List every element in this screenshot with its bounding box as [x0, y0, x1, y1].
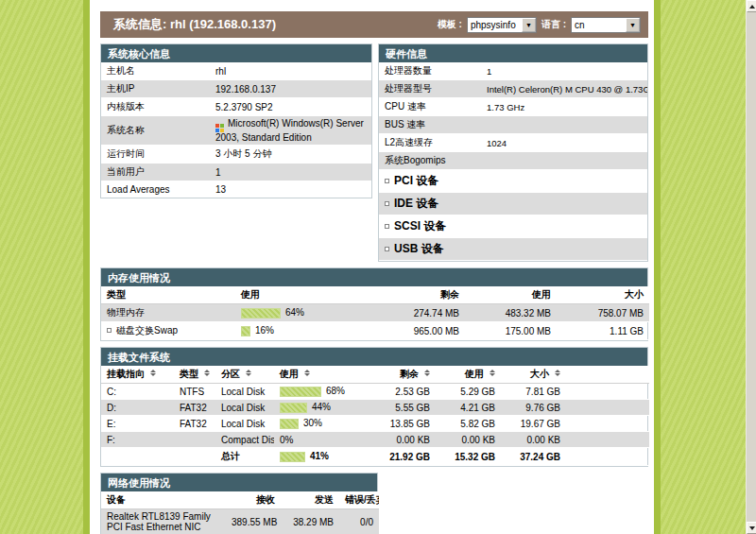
sort-icon[interactable] — [204, 370, 210, 376]
usage-percent: 0% — [280, 435, 293, 445]
table-header-row: 类型 使用 剩余 使用 大小 — [101, 286, 649, 304]
device-group-label[interactable]: USB 设备 — [394, 242, 444, 255]
device-group-cell[interactable]: SCSI 设备 — [379, 215, 647, 238]
dropdown-arrow-icon[interactable]: ▼ — [626, 18, 640, 32]
windows-icon — [215, 124, 224, 132]
usage-bar — [280, 403, 307, 413]
vitals-row-value: Microsoft(R) Windows(R) Server 2003, Sta… — [210, 116, 371, 146]
device-group-cell[interactable]: PCI 设备 — [379, 170, 647, 193]
fs-free: 5.55 GB — [373, 400, 436, 416]
vitals-row-label: 当前用户 — [101, 164, 210, 181]
vitals-panel-title: 系统核心信息 — [101, 44, 371, 62]
language-select[interactable]: cn ▼ — [571, 17, 641, 33]
fs-free: 21.92 GB — [373, 448, 436, 466]
vitals-row-label: 主机IP — [101, 80, 210, 98]
device-group-label[interactable]: SCSI 设备 — [394, 219, 446, 233]
device-group-cell[interactable]: USB 设备 — [379, 238, 647, 261]
fs-mount — [101, 448, 174, 466]
sort-icon[interactable] — [304, 370, 310, 376]
table-header-row: 设备 接收 发送 错误/丢弃 — [101, 491, 379, 509]
fs-size: 37.24 GB — [501, 448, 566, 466]
expand-icon[interactable] — [385, 201, 389, 206]
network-panel: 网络使用情况 设备 接收 发送 错误/丢弃 Realtek RTL8139 Fa… — [100, 473, 378, 534]
memory-usage-cell: 16% — [235, 322, 372, 340]
template-select[interactable]: phpsysinfo ▼ — [467, 17, 537, 33]
vitals-row-value: 1 — [210, 164, 371, 181]
device-group-row-pci[interactable]: PCI 设备 — [379, 170, 647, 193]
usage-bar — [241, 326, 250, 336]
memory-used: 483.32 MB — [465, 304, 557, 322]
usage-bar — [280, 452, 305, 462]
table-row: 当前用户 1 — [101, 164, 371, 181]
scrollbar[interactable] — [746, 0, 756, 534]
net-col-device: 设备 — [101, 491, 226, 509]
fs-col-type[interactable]: 类型 — [174, 366, 215, 384]
fs-col-partition[interactable]: 分区 — [215, 366, 274, 384]
fs-col-used[interactable]: 使用 — [436, 366, 501, 384]
sort-icon[interactable] — [555, 370, 560, 376]
device-group-row-ide[interactable]: IDE 设备 — [379, 193, 647, 215]
fs-col-usage[interactable]: 使用 — [274, 366, 373, 384]
fs-usage-cell: 44% — [274, 400, 373, 416]
fs-col-usage-label: 使用 — [280, 369, 299, 379]
hardware-row-value: 1.73 GHz — [481, 98, 647, 116]
fs-col-size[interactable]: 大小 — [501, 366, 566, 384]
device-group-row-usb[interactable]: USB 设备 — [379, 238, 647, 261]
table-row: E: FAT32 Local Disk 30% 13.85 GB 5.82 GB… — [101, 416, 649, 432]
expand-icon[interactable] — [107, 328, 112, 333]
table-row: BUS 速率 — [379, 116, 647, 134]
net-col-tx: 发送 — [281, 491, 339, 509]
scroll-up-icon — [749, 5, 755, 9]
sort-icon[interactable] — [424, 370, 430, 376]
device-group-label[interactable]: PCI 设备 — [394, 174, 438, 187]
fs-partition: Local Disk — [215, 384, 274, 400]
table-row: 系统名称 Microsoft(R) Windows(R) Server 2003… — [101, 116, 371, 146]
scroll-down-icon — [749, 526, 755, 530]
sort-icon[interactable] — [490, 370, 495, 376]
fs-col-free[interactable]: 剩余 — [373, 366, 436, 384]
language-label: 语言 : — [541, 18, 566, 31]
expand-icon[interactable] — [385, 247, 389, 251]
net-device: Realtek RTL8139 Family PCI Fast Ethernet… — [101, 509, 226, 534]
hardware-row-value: Intel(R) Celeron(R) M CPU 430 @ 1.73GHz — [481, 80, 647, 98]
table-row: 系统Bogomips — [379, 152, 647, 170]
expand-icon[interactable] — [385, 224, 389, 229]
memory-free: 965.00 MB — [372, 322, 465, 340]
filesystems-panel-title: 挂载文件系统 — [101, 348, 647, 366]
fs-used: 15.32 GB — [436, 448, 501, 466]
fs-used: 5.82 GB — [436, 416, 501, 432]
filesystems-table: 挂载指向 类型 分区 使用 剩余 使用 大小 C: NTFS Local Dis… — [101, 366, 649, 466]
usage-bar — [280, 387, 321, 397]
vitals-row-value: rhl — [210, 62, 371, 80]
memory-size: 758.07 MB — [557, 304, 649, 322]
fs-spacer — [566, 384, 649, 400]
sort-icon[interactable] — [246, 370, 251, 376]
usage-percent: 68% — [326, 386, 345, 396]
scroll-up-button[interactable] — [747, 0, 756, 12]
memory-type-label: 磁盘交换Swap — [116, 325, 178, 336]
fs-col-mount[interactable]: 挂载指向 — [101, 366, 174, 384]
table-row: CPU 速率 1.73 GHz — [379, 98, 647, 116]
expand-icon[interactable] — [385, 179, 389, 183]
dropdown-arrow-icon[interactable]: ▼ — [522, 18, 536, 32]
table-row: 主机名 rhl — [101, 62, 371, 80]
memory-used: 175.00 MB — [465, 322, 557, 340]
fs-used: 0.00 KB — [436, 432, 501, 448]
device-group-cell[interactable]: IDE 设备 — [379, 193, 647, 215]
device-group-label[interactable]: IDE 设备 — [394, 197, 438, 210]
fs-spacer — [566, 432, 649, 448]
device-group-row-scsi[interactable]: SCSI 设备 — [379, 215, 647, 238]
memory-type: 磁盘交换Swap — [101, 322, 235, 340]
net-col-rx: 接收 — [226, 491, 281, 509]
hardware-row-label: CPU 速率 — [379, 98, 481, 116]
hardware-panel: 硬件信息 处理器数量 1 处理器型号 Intel(R) Celeron(R) M… — [378, 43, 648, 262]
vitals-row-label: 主机名 — [101, 62, 210, 80]
hardware-row-label: L2高速缓存 — [379, 134, 481, 152]
scroll-down-button[interactable] — [747, 522, 756, 534]
fs-size: 0.00 KB — [501, 432, 566, 448]
vitals-row-label: 内核版本 — [101, 98, 210, 116]
fs-size: 19.67 GB — [501, 416, 566, 432]
fs-spacer — [566, 400, 649, 416]
sort-icon[interactable] — [150, 370, 156, 376]
hardware-panel-title: 硬件信息 — [379, 44, 647, 62]
